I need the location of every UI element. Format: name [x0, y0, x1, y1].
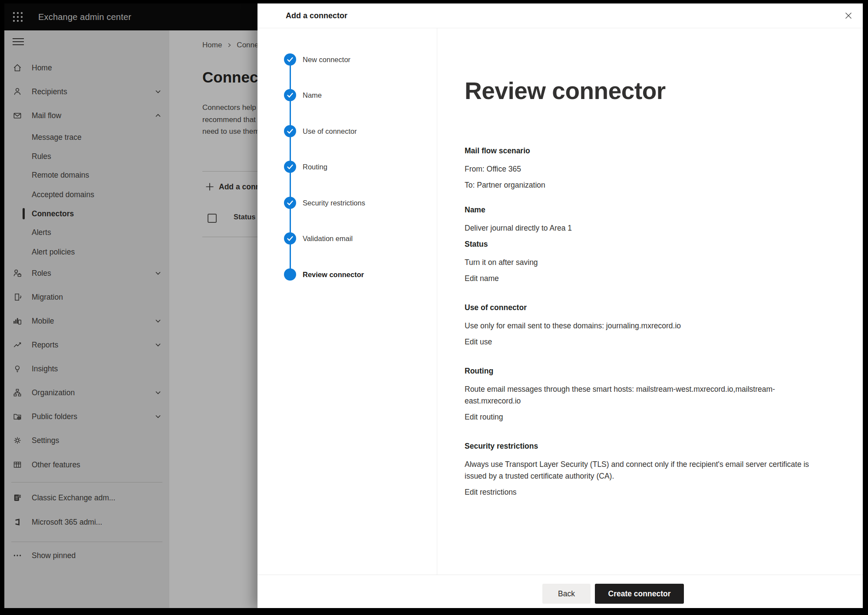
section-mail-flow-scenario: Mail flow scenario From: Office 365 To: … [465, 145, 812, 191]
step-use-of-connector[interactable]: Use of connector [257, 125, 437, 137]
section-line: From: Office 365 [465, 163, 812, 175]
section-line: Deliver journal directly to Area 1 [465, 222, 812, 234]
section-heading: Status [465, 238, 812, 250]
step-current-icon [284, 268, 296, 281]
section-heading: Security restrictions [465, 440, 812, 452]
edit-restrictions-link[interactable]: Edit restrictions [465, 486, 517, 498]
panel-footer: Back Create connector [257, 575, 863, 608]
step-new-connector[interactable]: New connector [257, 53, 437, 66]
section-name: Name Deliver journal directly to Area 1 [465, 204, 812, 234]
step-label: New connector [303, 53, 350, 66]
section-heading: Routing [465, 365, 812, 377]
section-line: Always use Transport Layer Security (TLS… [465, 459, 812, 482]
review-heading: Review connector [465, 76, 812, 105]
step-label: Name [303, 89, 322, 101]
step-label: Validation email [303, 232, 353, 245]
wizard-steps: New connector Name Use of connector Rout… [257, 28, 437, 575]
close-button[interactable] [842, 9, 855, 22]
step-complete-icon [284, 53, 296, 66]
step-complete-icon [284, 161, 296, 173]
create-connector-button[interactable]: Create connector [595, 584, 684, 604]
section-heading: Mail flow scenario [465, 145, 812, 157]
step-review-connector[interactable]: Review connector [257, 268, 437, 281]
section-status: Status Turn it on after saving Edit name [465, 238, 812, 289]
section-use-of-connector: Use of connector Use only for email sent… [465, 302, 812, 352]
section-line: Use only for email sent to these domains… [465, 320, 812, 332]
section-heading: Use of connector [465, 302, 812, 314]
step-name[interactable]: Name [257, 89, 437, 101]
section-security-restrictions: Security restrictions Always use Transpo… [465, 440, 812, 503]
section-line: Turn it on after saving [465, 257, 812, 268]
app-window: Exchange admin center Home Recipients Ma… [4, 3, 863, 608]
step-label: Routing [303, 161, 327, 173]
step-validation-email[interactable]: Validation email [257, 232, 437, 245]
review-content: Review connector Mail flow scenario From… [465, 3, 812, 516]
close-icon [844, 11, 853, 20]
section-line: Route email messages through these smart… [465, 384, 812, 407]
step-complete-icon [284, 232, 296, 245]
step-complete-icon [284, 125, 296, 137]
edit-name-link[interactable]: Edit name [465, 273, 499, 284]
edit-use-link[interactable]: Edit use [465, 336, 492, 348]
step-label: Security restrictions [303, 197, 365, 209]
back-button[interactable]: Back [542, 584, 591, 604]
step-security-restrictions[interactable]: Security restrictions [257, 197, 437, 209]
section-heading: Name [465, 204, 812, 216]
step-label: Review connector [303, 268, 364, 281]
panel-title: Add a connector [286, 3, 347, 28]
section-routing: Routing Route email messages through the… [465, 365, 812, 427]
step-label: Use of connector [303, 125, 357, 137]
step-complete-icon [284, 89, 296, 101]
add-connector-panel: Add a connector New connector Name [257, 3, 863, 608]
edit-routing-link[interactable]: Edit routing [465, 411, 503, 423]
panel-vertical-divider [437, 28, 437, 575]
step-complete-icon [284, 197, 296, 209]
section-line: To: Partner organization [465, 179, 812, 191]
step-routing[interactable]: Routing [257, 161, 437, 173]
